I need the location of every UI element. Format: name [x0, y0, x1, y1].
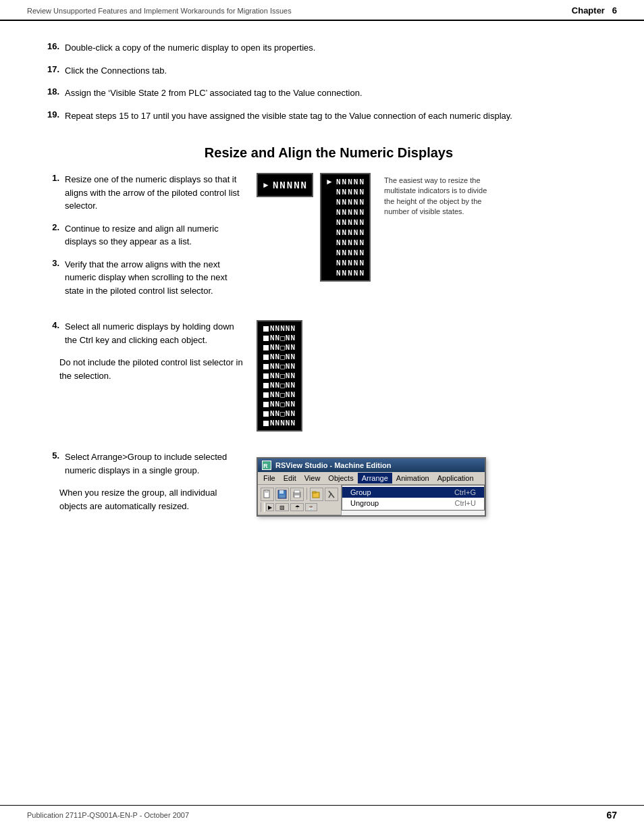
- numeric-displays-image-1: ► NNNNN ► NNNNN ► NNNNN ►: [257, 173, 492, 282]
- resize-caption: The easiest way to resize the multistate…: [384, 176, 492, 217]
- step-4-subnote: Do not include the piloted control list …: [59, 356, 243, 382]
- menu-objects[interactable]: Objects: [324, 473, 357, 484]
- display-row: ► NNNNN: [325, 197, 365, 207]
- list-item: 1. Resize one of the numeric displays so…: [41, 173, 243, 213]
- svg-rect-9: [294, 495, 300, 498]
- menu-edit[interactable]: Edit: [279, 473, 300, 484]
- publication-info: Publication 2711P-QS001A-EN-P - October …: [27, 811, 189, 819]
- selection-handle: [263, 392, 269, 398]
- display-row: ► NNNNN: [325, 217, 365, 227]
- rsview-arrange-area: Group Ctrl+G Ungroup Ctrl+U: [342, 485, 485, 515]
- display-row: ► NNNNN: [325, 187, 365, 197]
- nnnnn-text: NNNNN: [270, 324, 296, 333]
- step-3-text: Verify that the arrow aligns with the ne…: [65, 258, 243, 298]
- toolbar-row-1: [261, 488, 338, 501]
- step-5-subnote: When you resize the group, all individua…: [59, 486, 243, 513]
- svg-rect-3: [265, 490, 268, 492]
- steps-1-3-row: 1. Resize one of the numeric displays so…: [41, 173, 617, 307]
- nnnnn-label: NNNNN: [336, 259, 365, 267]
- toolbar-mode-btn[interactable]: ▶: [266, 503, 274, 511]
- menu-animation[interactable]: Animation: [392, 473, 433, 484]
- menu-application[interactable]: Application: [433, 473, 478, 484]
- nnnnn-text: NN□NN: [270, 334, 296, 342]
- nnnnn-text: NN□NN: [270, 400, 296, 409]
- toolbar-btn-new[interactable]: [261, 488, 274, 501]
- display-row: ► NNNNN: [325, 238, 365, 247]
- list-item: 16. Double-click a copy of the numeric d…: [41, 41, 617, 55]
- selection-handle: [263, 345, 269, 350]
- dropdown-ungroup[interactable]: Ungroup Ctrl+U: [342, 498, 484, 509]
- ctrl-row: NN□NN: [263, 390, 296, 399]
- selection-handle: [263, 355, 269, 360]
- header-title: Review Unsupported Features and Implemen…: [27, 7, 292, 15]
- toolbar-btn-print[interactable]: [290, 488, 304, 501]
- list-item: 17. Click the Connections tab.: [41, 64, 617, 78]
- ctrl-row: NN□NN: [263, 400, 296, 409]
- list-item: 19. Repeat steps 15 to 17 until you have…: [41, 109, 617, 123]
- page-header: Review Unsupported Features and Implemen…: [0, 0, 644, 21]
- selection-handle: [263, 364, 269, 369]
- ctrl-row: NN□NN: [263, 409, 296, 418]
- steps-1-3-right: ► NNNNN ► NNNNN ► NNNNN ►: [257, 173, 617, 307]
- step-2-num: 2.: [41, 222, 59, 232]
- nnnnn-label: NNNNN: [336, 178, 365, 186]
- rsview-app-icon: R: [262, 461, 271, 470]
- selection-handle: [263, 402, 269, 407]
- rsview-titlebar: R RSView Studio - Machine Edition: [258, 459, 485, 472]
- step-5-list: 5. Select Arrange>Group to include selec…: [41, 450, 243, 477]
- menu-view[interactable]: View: [300, 473, 325, 484]
- toolbar-anim-btn[interactable]: ☂: [290, 503, 304, 511]
- ungroup-shortcut: Ctrl+U: [455, 499, 476, 507]
- step-18-num: 18.: [41, 86, 59, 97]
- step-1-text: Resize one of the numeric displays so th…: [65, 173, 243, 213]
- ungroup-label: Ungroup: [350, 499, 379, 507]
- list-item: 2. Continue to resize and align all nume…: [41, 222, 243, 249]
- display-row: ► NNNNN: [325, 207, 365, 217]
- toolbar-tag-btn[interactable]: ☕: [305, 503, 317, 511]
- step-3-num: 3.: [41, 258, 59, 268]
- arrange-dropdown: Group Ctrl+G Ungroup Ctrl+U: [342, 485, 485, 511]
- nnnnn-label: NNNNN: [336, 198, 365, 207]
- nnnnn-text: NN□NN: [270, 371, 296, 380]
- selection-handle: [263, 326, 269, 332]
- toolbar-btn-save[interactable]: [275, 488, 289, 501]
- step-18-text: Assign the ‘Visible State 2 from PLC’ as…: [65, 86, 617, 100]
- toolbar-view-btn[interactable]: ▧: [275, 503, 289, 511]
- nnnnn-label: NNNNN: [336, 208, 365, 217]
- nnnnn-label: NNNNN: [336, 249, 365, 257]
- display-row: ► NNNNN: [325, 248, 365, 257]
- display-row: ► NNNNN: [325, 268, 365, 278]
- svg-rect-5: [279, 490, 284, 494]
- arrow-icon: ►: [325, 177, 333, 186]
- dropdown-group[interactable]: Group Ctrl+G: [342, 487, 484, 498]
- nnnnn-label: NNNNN: [336, 228, 365, 237]
- ctrl-row: NNNNN: [263, 419, 296, 427]
- ctrl-row: NN□NN: [263, 334, 296, 342]
- svg-text:R: R: [263, 463, 268, 469]
- toolbar-sep: [306, 488, 307, 500]
- nnnnn-text: NN□NN: [270, 353, 296, 361]
- toolbar-row-2: ▶ ▧ ☂ ☕: [261, 502, 317, 512]
- step-19-text: Repeat steps 15 to 17 until you have ass…: [65, 109, 617, 123]
- menu-arrange[interactable]: Arrange: [358, 473, 392, 484]
- menu-file[interactable]: File: [259, 473, 279, 484]
- ctrl-click-display-image: NNNNN NN□NN NN□NN NN□NN NN□NN: [257, 320, 302, 432]
- selection-handle: [263, 421, 269, 426]
- selection-handle: [263, 411, 269, 417]
- svg-rect-6: [279, 495, 285, 498]
- nnnnn-text: NN□NN: [270, 409, 296, 418]
- step-1-num: 1.: [41, 173, 59, 183]
- page-footer: Publication 2711P-QS001A-EN-P - October …: [0, 805, 644, 820]
- display-row: ► NNNNN: [325, 177, 365, 186]
- steps-bottom-list-1-3: 1. Resize one of the numeric displays so…: [41, 173, 243, 297]
- step-5-left: 5. Select Arrange>Group to include selec…: [41, 450, 243, 519]
- step-17-text: Click the Connections tab.: [65, 64, 617, 78]
- section-heading: Resize and Align the Numeric Displays: [41, 145, 617, 161]
- header-chapter: Chapter 6: [572, 5, 617, 16]
- group-label: Group: [350, 488, 371, 496]
- rsview-title: RSView Studio - Machine Edition: [275, 461, 392, 469]
- step-4-row: 4. Select all numeric displays by holdin…: [41, 320, 617, 437]
- ctrl-row: NNNNN: [263, 324, 296, 333]
- toolbar-btn-cut[interactable]: [325, 488, 338, 501]
- toolbar-btn-open[interactable]: [310, 488, 323, 501]
